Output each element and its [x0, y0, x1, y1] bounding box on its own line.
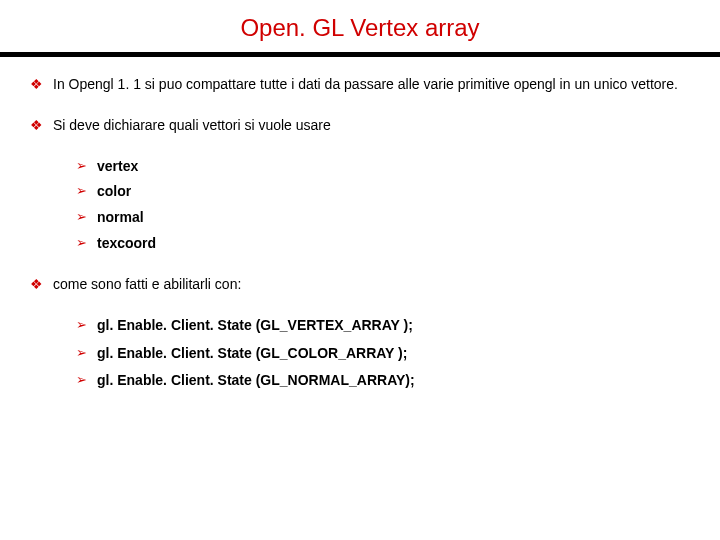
sub-text: vertex: [97, 157, 138, 177]
sub-list: ➢ vertex ➢ color ➢ normal ➢ texcoord: [30, 157, 690, 253]
bullet-text: come sono fatti e abilitarli con:: [53, 275, 241, 294]
arrow-icon: ➢: [76, 316, 87, 334]
sub-item: ➢ texcoord: [76, 234, 690, 254]
diamond-icon: ❖: [30, 75, 43, 94]
slide-title: Open. GL Vertex array: [0, 0, 720, 52]
sub-item: ➢ gl. Enable. Client. State (GL_NORMAL_A…: [76, 371, 690, 391]
diamond-icon: ❖: [30, 116, 43, 135]
sub-text: gl. Enable. Client. State (GL_VERTEX_ARR…: [97, 316, 413, 336]
sub-text: texcoord: [97, 234, 156, 254]
bullet-item: ❖ Si deve dichiarare quali vettori si vu…: [30, 116, 690, 135]
arrow-icon: ➢: [76, 157, 87, 175]
slide-content: ❖ In Opengl 1. 1 si puo compattare tutte…: [0, 57, 720, 391]
sub-text: gl. Enable. Client. State (GL_COLOR_ARRA…: [97, 344, 407, 364]
diamond-icon: ❖: [30, 275, 43, 294]
bullet-item: ❖ In Opengl 1. 1 si puo compattare tutte…: [30, 75, 690, 94]
bullet-text: In Opengl 1. 1 si puo compattare tutte i…: [53, 75, 678, 94]
sub-text: gl. Enable. Client. State (GL_NORMAL_ARR…: [97, 371, 415, 391]
sub-text: normal: [97, 208, 144, 228]
sub-item: ➢ normal: [76, 208, 690, 228]
bullet-item: ❖ come sono fatti e abilitarli con:: [30, 275, 690, 294]
sub-item: ➢ gl. Enable. Client. State (GL_COLOR_AR…: [76, 344, 690, 364]
arrow-icon: ➢: [76, 234, 87, 252]
arrow-icon: ➢: [76, 182, 87, 200]
sub-list: ➢ gl. Enable. Client. State (GL_VERTEX_A…: [30, 316, 690, 391]
arrow-icon: ➢: [76, 208, 87, 226]
sub-text: color: [97, 182, 131, 202]
sub-item: ➢ gl. Enable. Client. State (GL_VERTEX_A…: [76, 316, 690, 336]
arrow-icon: ➢: [76, 344, 87, 362]
bullet-text: Si deve dichiarare quali vettori si vuol…: [53, 116, 331, 135]
sub-item: ➢ color: [76, 182, 690, 202]
arrow-icon: ➢: [76, 371, 87, 389]
sub-item: ➢ vertex: [76, 157, 690, 177]
